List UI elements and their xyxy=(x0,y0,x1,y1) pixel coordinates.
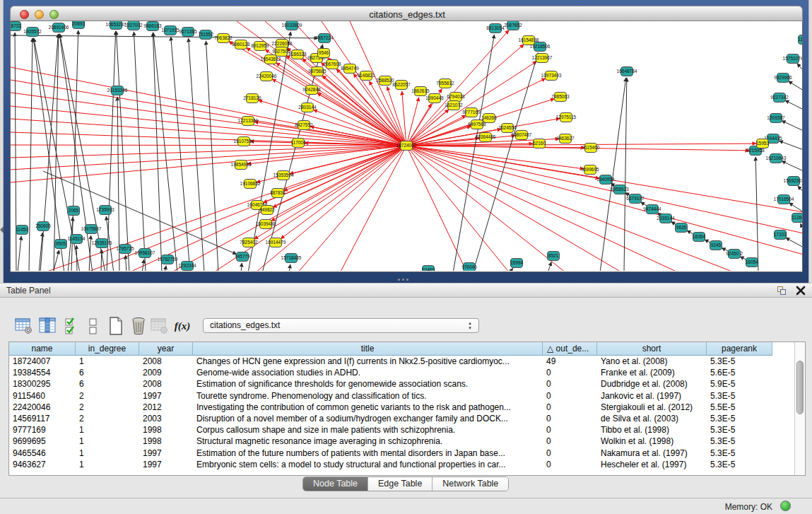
close-panel-icon[interactable] xyxy=(796,285,806,296)
graph-node[interactable]: 2065 xyxy=(68,206,80,216)
graph-edge[interactable] xyxy=(406,146,623,271)
graph-edge[interactable] xyxy=(755,157,758,271)
graph-node[interactable]: 6679197 xyxy=(626,194,645,204)
graph-node[interactable]: 17103 xyxy=(774,230,787,240)
graph-edge[interactable] xyxy=(289,264,290,271)
graph-edge[interactable] xyxy=(54,34,59,271)
graph-edge[interactable] xyxy=(11,146,406,158)
graph-node[interactable]: 2935144 xyxy=(657,214,675,223)
float-panel-icon[interactable] xyxy=(777,286,787,296)
graph-node[interactable]: 6794028 xyxy=(447,93,465,102)
graph-edge[interactable] xyxy=(89,235,91,271)
graph-edge[interactable] xyxy=(786,238,802,247)
graph-node[interactable]: 1145194 xyxy=(68,235,86,244)
graph-node[interactable]: 10975887 xyxy=(81,225,102,234)
graph-node[interactable]: 751552 xyxy=(198,30,213,40)
graph-edge[interactable] xyxy=(40,34,58,271)
graph-node[interactable]: 16054 xyxy=(746,258,758,267)
graph-node[interactable]: 15751074 xyxy=(783,54,802,64)
graph-node[interactable]: 15718485 xyxy=(281,254,302,263)
graph-node[interactable]: 15953 xyxy=(756,139,769,148)
graph-node[interactable]: 8960128 xyxy=(232,40,250,49)
graph-edge[interactable] xyxy=(785,100,802,110)
graph-node[interactable]: 10958107 xyxy=(135,249,155,258)
graph-edge[interactable] xyxy=(406,146,802,233)
graph-node[interactable]: 11260 xyxy=(792,214,802,223)
graph-edge[interactable] xyxy=(117,97,119,271)
graph-node[interactable]: 9245 xyxy=(710,241,722,250)
graph-node[interactable]: 15994 xyxy=(510,259,523,268)
graph-edge[interactable] xyxy=(801,223,802,230)
graph-node[interactable]: 9546 xyxy=(318,49,330,58)
graph-node[interactable]: 10653287 xyxy=(106,21,126,30)
graph-node[interactable]: 8186328 xyxy=(288,50,307,59)
graph-edge[interactable] xyxy=(406,146,749,151)
graph-edge[interactable] xyxy=(406,146,679,271)
graph-node[interactable]: 7955812 xyxy=(436,79,454,88)
graph-node[interactable]: 62160 xyxy=(533,139,546,148)
graph-edge[interactable] xyxy=(406,146,736,271)
graph-node[interactable]: 19854985 xyxy=(231,160,252,170)
graph-node[interactable]: 9699695 xyxy=(581,165,599,175)
graph-node[interactable]: 16033809 xyxy=(282,21,302,30)
graph-node[interactable]: 12213369 xyxy=(238,117,259,126)
column-header-in_degree[interactable]: in_degree xyxy=(76,342,139,356)
graph-node[interactable]: 6497568 xyxy=(468,120,486,129)
table-row[interactable]: 946362711997Embryonic stem cells: a mode… xyxy=(9,459,774,470)
graph-edge[interactable] xyxy=(406,146,566,271)
unselect-all-icon[interactable] xyxy=(83,316,103,336)
table-row[interactable]: 977716911998Corpus callosum shape and si… xyxy=(9,424,774,436)
graph-node[interactable]: 949822 xyxy=(259,206,275,215)
graph-node[interactable]: 92450 2 xyxy=(726,250,743,259)
graph-edge[interactable] xyxy=(11,145,406,146)
graph-edge[interactable] xyxy=(76,245,77,271)
delete-table-icon[interactable] xyxy=(129,316,148,336)
graph-node[interactable]: 10807487 xyxy=(512,131,532,140)
graph-edge[interactable] xyxy=(134,32,146,271)
graph-node[interactable]: 1795725 xyxy=(116,245,134,254)
graph-node[interactable]: 16543812 xyxy=(261,55,281,64)
column-header-out_de[interactable]: △ out_de... xyxy=(543,342,597,356)
graph-node[interactable]: 18107554 xyxy=(234,137,254,146)
graph-node[interactable]: 8427552 xyxy=(295,121,313,130)
graph-node[interactable]: 9474444 xyxy=(643,205,661,214)
graph-edge[interactable] xyxy=(107,31,116,271)
graph-node[interactable]: 9329966 xyxy=(774,74,792,83)
column-header-year[interactable]: year xyxy=(139,342,193,356)
collapse-left-arrow-icon[interactable] xyxy=(0,226,4,233)
graph-edge[interactable] xyxy=(798,186,802,192)
graph-edge[interactable] xyxy=(548,262,551,271)
graph-node[interactable]: 2718126 xyxy=(243,94,261,103)
graph-node[interactable]: 1735993 xyxy=(96,206,114,215)
graph-edge[interactable] xyxy=(60,34,105,271)
column-header-short[interactable]: short xyxy=(597,342,707,356)
graph-edge[interactable] xyxy=(153,33,177,271)
graph-canvas[interactable]: 1872400718733140557220891406208931065328… xyxy=(10,21,803,272)
graph-node[interactable]: 20153346 xyxy=(107,86,128,95)
graph-node[interactable]: 15353594 xyxy=(273,171,294,180)
graph-node[interactable]: 117006 xyxy=(290,139,306,148)
graph-edge[interactable] xyxy=(165,266,166,271)
graph-node[interactable]: 1527002 xyxy=(124,21,143,30)
graph-node[interactable]: 1990448 xyxy=(425,94,444,103)
graph-node[interactable]: 19106852 xyxy=(240,180,261,189)
graph-edge[interactable] xyxy=(281,146,406,239)
graph-edge[interactable] xyxy=(276,63,406,146)
table-row[interactable]: 946554611997Estimation of the future num… xyxy=(9,448,774,459)
graph-edge[interactable] xyxy=(189,38,204,271)
column-header-name[interactable]: name xyxy=(9,342,76,356)
graph-node[interactable]: 22420046 xyxy=(257,72,277,81)
graph-edge[interactable] xyxy=(11,146,406,182)
graph-node[interactable]: 9115460 xyxy=(582,144,600,153)
graph-node[interactable]: 1292344 xyxy=(178,262,196,271)
graph-node[interactable]: 16914479 xyxy=(266,238,286,247)
graph-edge[interactable] xyxy=(153,33,162,271)
select-all-icon[interactable] xyxy=(62,316,82,336)
graph-node[interactable]: 11450 xyxy=(16,226,28,235)
graph-node[interactable]: 9466163 xyxy=(143,22,162,31)
graph-node[interactable]: 250605 xyxy=(35,222,51,231)
show-column-icon[interactable] xyxy=(37,316,57,336)
graph-node[interactable]: 7825402 xyxy=(240,238,258,247)
graph-edge[interactable] xyxy=(782,121,802,131)
scrollbar-thumb[interactable] xyxy=(796,361,804,414)
